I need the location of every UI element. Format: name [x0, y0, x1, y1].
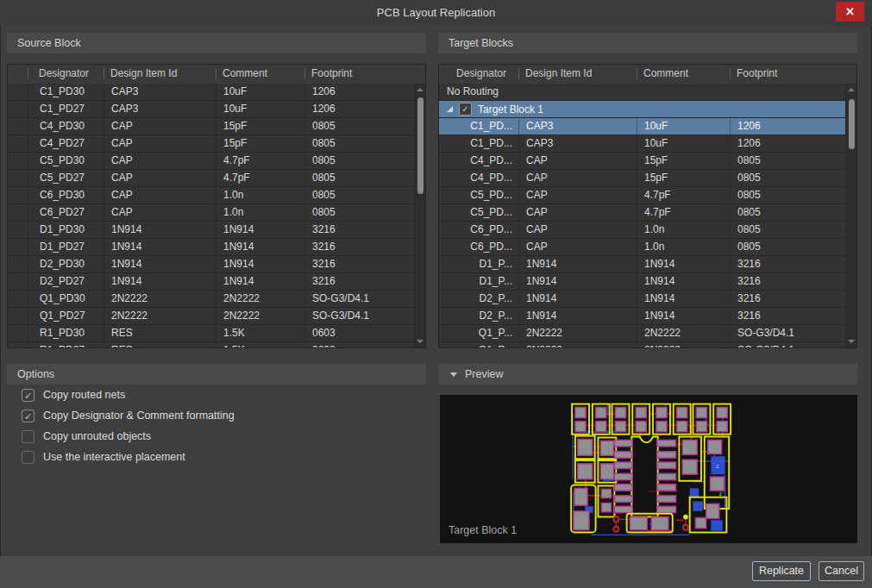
table-row[interactable]: C1_PD...CAP310uF1206 [439, 118, 845, 135]
group-label: No Routing [439, 84, 845, 100]
checkbox[interactable]: ✓ [22, 410, 35, 422]
table-row[interactable]: C6_PD...CAP1.0n0805 [439, 222, 845, 239]
table-row[interactable]: C6_PD30CAP1.0n0805 [8, 187, 414, 204]
table-row[interactable]: R1_PD27RES1.5K0603 [8, 342, 414, 347]
table-row[interactable]: C1_PD27CAP310uF1206 [8, 101, 414, 118]
option-row[interactable]: Use the interactive placement [22, 450, 185, 464]
table-row[interactable]: C5_PD...CAP4.7pF0805 [439, 187, 845, 204]
checkbox-label: Copy routed nets [43, 389, 125, 401]
svg-text:2: 2 [716, 464, 718, 469]
table-row[interactable]: D1_P...1N9141N9143216 [439, 273, 845, 291]
cell: C4_PD27 [28, 135, 104, 152]
table-row[interactable]: C4_PD...CAP15pF0805 [439, 170, 845, 187]
table-row[interactable]: C1_PD30CAP310uF1206 [8, 84, 414, 101]
column-header-design-item-id[interactable]: Design Item Id [518, 65, 637, 84]
table-row[interactable]: D2_PD301N9141N9143216 [8, 256, 414, 273]
cell: C1_PD... [439, 118, 518, 134]
checkbox[interactable] [22, 451, 35, 464]
cell: SO-G3/D4.1 [730, 342, 845, 347]
table-row[interactable]: Q1_P...2N22222N2222SO-G3/D4.1 [439, 342, 845, 347]
cell: 1N914 [216, 273, 304, 290]
cancel-button[interactable]: Cancel [819, 561, 864, 581]
cell: 2N2222 [518, 325, 637, 341]
row-selector-cell [8, 256, 28, 272]
table-row[interactable]: C5_PD30CAP4.7pF0805 [8, 153, 414, 170]
target-block-row[interactable]: ✓Target Block 1 [439, 101, 845, 118]
table-row[interactable]: D1_PD271N9141N9143216 [8, 239, 414, 256]
cell: 0805 [730, 170, 845, 186]
close-button[interactable]: ✕ [836, 2, 864, 22]
option-row[interactable]: Copy unrouted objects [22, 429, 151, 443]
cell: D1_P... [439, 273, 518, 290]
replicate-button[interactable]: Replicate [752, 561, 811, 581]
block-checkbox[interactable]: ✓ [459, 103, 472, 116]
cell: 1N914 [216, 222, 304, 238]
preview-title: Preview [465, 364, 503, 385]
cell: 1N914 [216, 256, 304, 272]
table-row[interactable]: C4_PD30CAP15pF0805 [8, 118, 414, 135]
cell: 10uF [637, 118, 730, 134]
column-header-footprint[interactable]: Footprint [730, 65, 856, 84]
column-header-comment[interactable]: Comment [637, 65, 730, 84]
scrollbar-thumb[interactable] [849, 99, 855, 149]
tree-expand-icon[interactable] [447, 106, 453, 112]
scroll-down-icon[interactable] [415, 336, 425, 347]
preview-section-header[interactable]: Preview [438, 364, 857, 385]
column-header-footprint[interactable]: Footprint [304, 65, 425, 84]
table-row[interactable]: D2_P...1N9141N9143216 [439, 291, 845, 308]
cell: 1.0n [637, 222, 730, 238]
checkbox[interactable] [22, 430, 35, 443]
table-row[interactable]: C6_PD...CAP1.0n0805 [439, 239, 845, 256]
row-selector-cell [8, 308, 28, 324]
scroll-up-icon[interactable] [415, 84, 425, 95]
cell: CAP3 [518, 118, 637, 134]
table-row[interactable]: C4_PD27CAP15pF0805 [8, 135, 414, 153]
table-row[interactable]: C5_PD27CAP4.7pF0805 [8, 170, 414, 187]
cell: 3216 [304, 273, 414, 290]
no-routing-group-row[interactable]: No Routing [439, 84, 845, 101]
checkbox-label: Copy Designator & Comment formatting [43, 410, 235, 422]
cell: 3216 [730, 256, 845, 272]
column-header-design-item-id[interactable]: Design Item Id [104, 65, 216, 84]
cell: 2N2222 [104, 308, 216, 324]
cell: 0805 [304, 135, 414, 152]
column-header-comment[interactable]: Comment [216, 65, 304, 84]
target-table-body: No Routing✓Target Block 1C1_PD...CAP310u… [439, 84, 845, 347]
cell: 1N914 [104, 239, 216, 255]
table-row[interactable]: Q1_PD272N22222N2222SO-G3/D4.1 [8, 308, 414, 325]
cell: 1.0n [216, 187, 304, 203]
table-row[interactable]: D1_P...1N9141N9143216 [439, 256, 845, 273]
checkbox[interactable]: ✓ [22, 389, 35, 402]
table-row[interactable]: D1_PD301N9141N9143216 [8, 222, 414, 239]
cell: 15pF [216, 118, 304, 134]
target-blocks-section-header: Target Blocks [438, 33, 857, 53]
collapse-triangle-icon[interactable] [450, 372, 457, 377]
scroll-up-icon[interactable] [846, 84, 856, 95]
cell: C6_PD... [439, 239, 518, 255]
source-table-scrollbar[interactable] [414, 84, 425, 347]
table-row[interactable]: R1_PD30RES1.5K0603 [8, 325, 414, 342]
cell: CAP [518, 222, 637, 238]
table-row[interactable]: D2_PD271N9141N9143216 [8, 273, 414, 291]
cell: 0805 [304, 153, 414, 169]
option-row[interactable]: ✓Copy routed nets [22, 388, 125, 402]
cell: CAP [518, 204, 637, 221]
cell: 2N2222 [104, 291, 216, 307]
cell: C5_PD... [439, 187, 518, 203]
table-row[interactable]: Q1_PD302N22222N2222SO-G3/D4.1 [8, 291, 414, 308]
table-row[interactable]: Q1_P...2N22222N2222SO-G3/D4.1 [439, 325, 845, 342]
table-row[interactable]: C1_PD...CAP310uF1206 [439, 135, 845, 153]
table-row[interactable]: D2_P...1N9141N9143216 [439, 308, 845, 325]
titlebar[interactable]: PCB Layout Replication ✕ [0, 0, 872, 26]
scroll-down-icon[interactable] [846, 336, 856, 347]
cell: 15pF [216, 135, 304, 152]
table-row[interactable]: C5_PD...CAP4.7pF0805 [439, 204, 845, 222]
column-header-designator[interactable]: Designator [28, 65, 104, 84]
target-table-scrollbar[interactable] [845, 84, 856, 347]
option-row[interactable]: ✓Copy Designator & Comment formatting [22, 409, 235, 422]
cell: 1N914 [637, 256, 730, 272]
table-row[interactable]: C6_PD27CAP1.0n0805 [8, 204, 414, 222]
table-row[interactable]: C4_PD...CAP15pF0805 [439, 153, 845, 170]
scrollbar-thumb[interactable] [417, 97, 423, 194]
column-header-designator[interactable]: Designator [439, 65, 518, 84]
